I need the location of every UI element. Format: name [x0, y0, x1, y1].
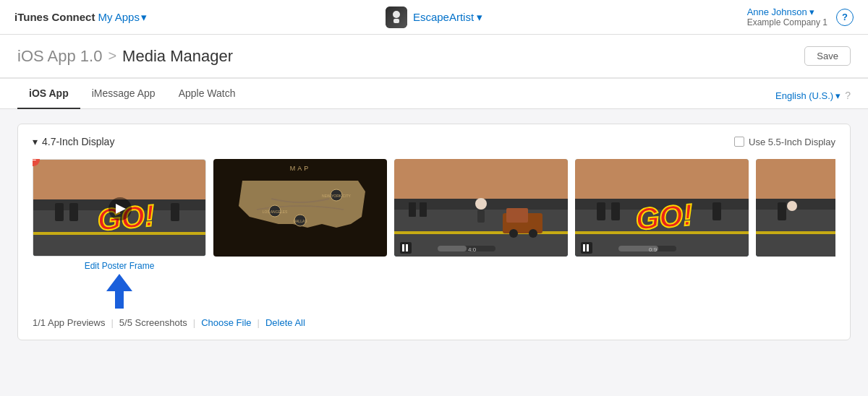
preview-count: 1/1 App Previews — [33, 317, 105, 328]
display-right: Use 5.5-Inch Display — [734, 137, 835, 147]
tab-right-controls: English (U.S.) ▾ ? — [775, 90, 851, 108]
svg-marker-13 — [106, 274, 132, 309]
save-button[interactable]: Save — [804, 46, 851, 66]
svg-rect-9 — [171, 203, 179, 221]
tab-bar: iOS App iMessage App Apple Watch English… — [0, 79, 868, 109]
nav-left: iTunes Connect My Apps ▾ — [14, 11, 386, 24]
svg-rect-32 — [506, 208, 528, 223]
svg-rect-8 — [69, 203, 78, 221]
upload-arrow — [33, 274, 206, 309]
screenshot-svg-2: MAP LOS ANGELES NEW YORK CITY DALLAS — [213, 159, 387, 257]
sep-1: | — [111, 317, 113, 328]
arrow-svg — [106, 274, 132, 309]
my-apps-label: My Apps — [98, 11, 140, 23]
screenshot-img-3: 4:0 — [394, 159, 568, 257]
brand-label: iTunes Connect — [14, 11, 95, 23]
app-icon-svg — [388, 9, 405, 26]
screenshot-item-3: 4:0 — [394, 159, 568, 309]
svg-text:0:9: 0:9 — [649, 246, 658, 253]
svg-rect-47 — [611, 202, 620, 220]
svg-point-63 — [787, 201, 797, 211]
svg-rect-3 — [33, 160, 206, 203]
breadcrumb-current: Media Manager — [122, 47, 233, 66]
svg-rect-57 — [756, 159, 835, 202]
footer-actions: 1/1 App Previews | 5/5 Screenshots | Cho… — [33, 317, 835, 328]
my-apps-link[interactable]: My Apps ▾ — [98, 11, 147, 24]
svg-rect-48 — [712, 202, 721, 220]
user-chevron: ▾ — [809, 7, 814, 17]
display-title[interactable]: ▾ 4.7-Inch Display — [33, 136, 114, 147]
app-name-nav[interactable]: EscapeArtist ▾ — [413, 11, 482, 24]
svg-point-0 — [393, 11, 400, 18]
use-55-checkbox-label[interactable]: Use 5.5-Inch Display — [734, 137, 835, 147]
svg-rect-28 — [420, 202, 427, 217]
svg-rect-27 — [409, 202, 416, 217]
use-55-label: Use 5.5-Inch Display — [749, 137, 835, 147]
screenshot-count: 5/5 Screenshots — [119, 317, 187, 328]
svg-rect-30 — [477, 210, 485, 223]
screenshot-img-2: MAP LOS ANGELES NEW YORK CITY DALLAS — [213, 159, 387, 257]
screenshot-svg-1: GO! — [33, 160, 206, 257]
app-icon-inner — [386, 7, 407, 28]
svg-rect-23 — [394, 159, 568, 202]
tab-imessage-app[interactable]: iMessage App — [80, 79, 167, 109]
app-icon — [386, 7, 407, 28]
svg-text:NEW YORK CITY: NEW YORK CITY — [322, 194, 352, 198]
language-label: English (U.S.) — [775, 90, 833, 101]
display-chevron: ▾ — [33, 136, 38, 147]
sep-2: | — [193, 317, 195, 328]
svg-rect-36 — [402, 244, 404, 251]
screenshot-svg-5 — [756, 159, 835, 257]
screenshot-img-4: GO! 0:9 — [575, 159, 749, 257]
screenshot-item-2: MAP LOS ANGELES NEW YORK CITY DALLAS — [213, 159, 387, 309]
screenshot-img-1: GO! — [33, 159, 206, 257]
svg-rect-61 — [778, 202, 786, 220]
breadcrumb-bar: iOS App 1.0 > Media Manager Save — [0, 35, 868, 78]
breadcrumb-separator: > — [108, 48, 116, 64]
company-label: Example Company 1 — [747, 17, 827, 27]
svg-text:MAP: MAP — [290, 165, 311, 172]
tab-apple-watch[interactable]: Apple Watch — [167, 79, 247, 109]
svg-rect-51 — [583, 244, 585, 251]
main-content: ▾ 4.7-Inch Display Use 5.5-Inch Display … — [0, 109, 868, 355]
screenshot-svg-3: 4:0 — [394, 159, 568, 257]
user-name-label: Anne Johnson — [747, 7, 807, 17]
svg-rect-64 — [788, 211, 796, 223]
tab-ios-app[interactable]: iOS App — [17, 79, 80, 109]
svg-rect-42 — [575, 159, 749, 202]
screenshot-strip: − — [33, 159, 835, 309]
svg-rect-1 — [393, 19, 399, 23]
screenshot-svg-4: GO! 0:9 — [575, 159, 749, 257]
svg-rect-7 — [55, 203, 64, 221]
edit-poster-frame-btn[interactable]: Edit Poster Frame — [33, 261, 206, 271]
svg-point-33 — [509, 229, 518, 238]
help-button[interactable]: ? — [836, 9, 854, 26]
user-name-link[interactable]: Anne Johnson ▾ — [747, 7, 827, 17]
breadcrumb-parent[interactable]: iOS App 1.0 — [17, 47, 102, 66]
svg-rect-60 — [756, 231, 835, 234]
display-section: ▾ 4.7-Inch Display Use 5.5-Inch Display … — [17, 124, 851, 340]
svg-rect-37 — [406, 244, 408, 251]
tab-help-icon[interactable]: ? — [845, 90, 851, 101]
screenshot-img-5 — [756, 159, 835, 257]
top-nav: iTunes Connect My Apps ▾ EscapeArtist ▾ … — [0, 0, 868, 35]
svg-text:GO!: GO! — [634, 197, 694, 236]
delete-all-link[interactable]: Delete All — [265, 317, 305, 328]
svg-text:DALLAS: DALLAS — [293, 219, 307, 223]
svg-rect-52 — [587, 244, 589, 251]
svg-rect-46 — [597, 202, 605, 220]
display-title-label: 4.7-Inch Display — [42, 136, 114, 147]
my-apps-chevron: ▾ — [141, 11, 147, 24]
screenshot-item-5 — [756, 159, 835, 309]
choose-file-link[interactable]: Choose File — [201, 317, 251, 328]
sep-3: | — [258, 317, 260, 328]
breadcrumb: iOS App 1.0 > Media Manager — [17, 47, 233, 66]
use-55-checkbox[interactable] — [734, 137, 744, 147]
svg-rect-39 — [438, 246, 467, 251]
screenshot-item-4: GO! 0:9 — [575, 159, 749, 309]
svg-text:4:0: 4:0 — [468, 246, 477, 253]
app-name-chevron: ▾ — [477, 11, 482, 24]
svg-point-29 — [475, 198, 487, 210]
language-select[interactable]: English (U.S.) ▾ — [775, 90, 841, 101]
display-header: ▾ 4.7-Inch Display Use 5.5-Inch Display — [33, 136, 835, 147]
